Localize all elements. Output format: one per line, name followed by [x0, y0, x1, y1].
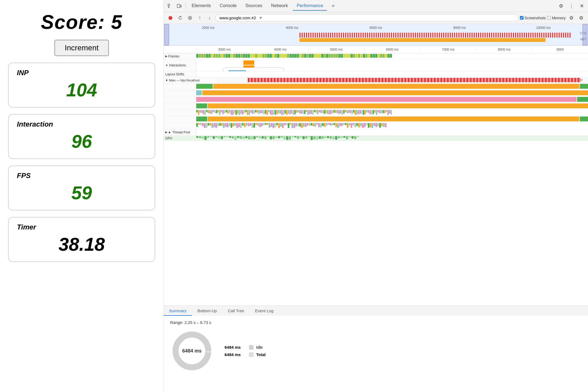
tick-4000: 4000 ms: [252, 48, 308, 51]
legend-total: 6484 ms Total: [225, 352, 266, 357]
left-panel: Score: 5 Increment INP 104 Interaction 9…: [0, 0, 163, 392]
screenshots-checkbox[interactable]: [520, 16, 523, 20]
legend-total-swatch: [249, 353, 253, 357]
tick-9000: 9000: [532, 48, 588, 51]
reload-record-icon[interactable]: [176, 14, 184, 22]
main-row-4-label: [164, 103, 196, 109]
ruler-mark-10000: 10000 ms: [501, 26, 585, 30]
tick-3000: 3000 ms: [196, 48, 252, 51]
upload-icon[interactable]: ↑: [196, 14, 204, 22]
timer-card: Timer 38.18: [8, 217, 155, 262]
perf-settings-icon[interactable]: ⚙: [577, 14, 585, 22]
tab-bottom-up[interactable]: Bottom-Up: [192, 306, 222, 316]
more-options-icon[interactable]: ⋮: [567, 2, 575, 10]
timer-label: Timer: [17, 223, 146, 231]
device-toolbar-icon[interactable]: [175, 2, 183, 10]
main-row-6-content: [196, 116, 588, 122]
main-row-3: [164, 96, 588, 103]
tab-network[interactable]: Network: [267, 1, 292, 11]
svg-rect-3: [177, 4, 180, 8]
tick-5000: 5000 ms: [308, 48, 364, 51]
svg-rect-0: [168, 4, 170, 6]
main-row-5-content: const mc=['#4caf50','#f9a825','#80cbc4',…: [196, 109, 588, 116]
main-row-7-content: let mb2=''; for(let i=0;i<100;i++){ cons…: [196, 122, 588, 129]
url-text: www.google.com #2: [219, 16, 256, 20]
interaction-tooltip: 68.10 ms Pointer Input delay 66ms Proces…: [223, 68, 283, 71]
download-icon[interactable]: ↓: [206, 14, 214, 22]
settings-icon[interactable]: ⚙: [557, 2, 565, 10]
donut-chart: 6484 ms: [170, 329, 214, 373]
ruler-mark-6000: 6000 ms: [334, 26, 418, 30]
timeline-main[interactable]: 3000 ms 4000 ms 5000 ms 6000 ms 7000 ms …: [164, 46, 588, 305]
timeline-ruler-row: 3000 ms 4000 ms 5000 ms 6000 ms 7000 ms …: [164, 46, 588, 53]
tab-elements[interactable]: Elements: [188, 1, 215, 11]
inp-value: 104: [17, 79, 146, 100]
close-devtools-icon[interactable]: ✕: [578, 2, 586, 10]
main-row-1: [164, 83, 588, 90]
gpu-row: GPU const gc=['#4caf50','#81c784','#a5d6…: [164, 136, 588, 141]
gpu-label: GPU: [164, 136, 196, 141]
timeline-overview[interactable]: 2000 ms 4000 ms 6000 ms 8000 ms 10000 ms…: [164, 24, 588, 46]
score-value: 5: [111, 11, 122, 33]
tick-8000: 8000 ms: [476, 48, 532, 51]
main-row-4-content: [196, 103, 588, 109]
svg-point-5: [169, 16, 172, 20]
thread-pool-row: ▶ ► Thread Pool: [164, 129, 588, 136]
capture-settings-icon[interactable]: ⚙: [567, 14, 575, 22]
main-row-6: [164, 116, 588, 122]
interaction-value: 96: [17, 131, 146, 152]
donut-center: 6484 ms: [182, 348, 201, 354]
devtools-top-toolbar: Elements Console Sources Network Perform…: [164, 0, 588, 12]
devtools-panel: Elements Console Sources Network Perform…: [163, 0, 588, 392]
interaction-card: Interaction 96: [8, 114, 155, 159]
main-row-2-content: [196, 90, 588, 96]
inp-card: INP 104: [8, 63, 155, 108]
tooltip-ms: 68.10 ms: [228, 71, 246, 71]
main-row-3-label: [164, 96, 196, 103]
summary-panel: Range: 2.25 s – 8.73 s 6484 ms 6484 ms I…: [164, 316, 588, 392]
main-row-5-label: [164, 109, 196, 116]
ruler-mark-2000: 2000 ms: [166, 26, 250, 30]
main-thread-label: ▼ Main — http://localhost:: [164, 77, 218, 83]
thread-pool-content: [196, 129, 588, 135]
url-dropdown-icon[interactable]: ▼: [259, 16, 263, 20]
tab-summary[interactable]: Summary: [164, 306, 192, 316]
overview-ruler: 2000 ms 4000 ms 6000 ms 8000 ms 10000 ms: [164, 24, 588, 32]
legend-idle-ms: 6484 ms: [225, 345, 246, 350]
url-bar: www.google.com #2 ▼: [215, 14, 518, 22]
tab-event-log[interactable]: Event Log: [250, 306, 279, 316]
score-display: Score: 5: [41, 11, 122, 33]
tab-more[interactable]: »: [328, 1, 338, 11]
main-row-6-label: [164, 116, 196, 122]
gpu-content: const gc=['#4caf50','#81c784','#a5d6a7']…: [196, 136, 588, 141]
layout-shifts-label: Layout Shifts: [164, 71, 196, 77]
tab-performance[interactable]: Performance: [293, 1, 327, 11]
score-label: Score:: [41, 11, 105, 33]
summary-content: 6484 ms 6484 ms Idle 6484 ms Total: [170, 329, 581, 373]
clear-icon[interactable]: [186, 14, 194, 22]
frames-track-row: ▶ Frames // Generate frames bars inline …: [164, 53, 588, 59]
tick-7000: 7000 ms: [420, 48, 476, 51]
summary-range: Range: 2.25 s – 8.73 s: [170, 320, 581, 325]
record-icon[interactable]: [166, 14, 174, 22]
main-header-content: small_tasks.html: [218, 77, 588, 83]
inspect-element-icon[interactable]: [166, 2, 174, 10]
thread-pool-label: ▶ ► Thread Pool: [164, 129, 196, 135]
tooltip-type: Pointer: [249, 71, 263, 71]
tab-sources[interactable]: Sources: [241, 1, 266, 11]
screenshots-label: Screenshots: [525, 16, 546, 20]
tab-call-tree[interactable]: Call Tree: [222, 306, 250, 316]
ruler-mark-8000: 8000 ms: [418, 26, 501, 30]
performance-toolbar: ↑ ↓ www.google.com #2 ▼ Screenshots Memo…: [164, 12, 588, 24]
frames-label: ▶ Frames: [164, 53, 196, 59]
main-thread-header: ▼ Main — http://localhost: small_tasks.h…: [164, 77, 588, 83]
memory-checkbox[interactable]: [547, 16, 551, 20]
main-row-4: [164, 103, 588, 109]
tooltip-title: 68.10 ms Pointer: [228, 71, 279, 71]
legend-idle: 6484 ms Idle: [225, 345, 266, 350]
main-row-7: let mb2=''; for(let i=0;i<100;i++){ cons…: [164, 122, 588, 129]
increment-button[interactable]: Increment: [54, 40, 109, 56]
layout-shifts-content: [196, 71, 588, 77]
tab-console[interactable]: Console: [216, 1, 240, 11]
layout-shifts-track-row: Layout Shifts: [164, 71, 588, 77]
